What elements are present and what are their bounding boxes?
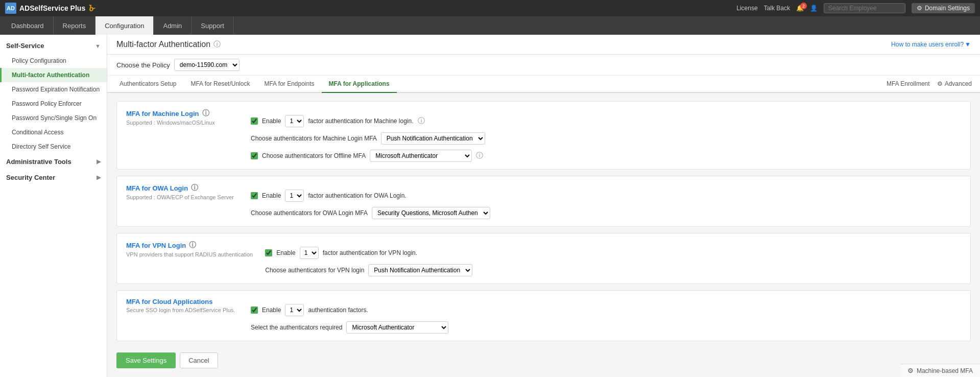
machine-login-info-icon[interactable]: ⓘ <box>202 109 209 118</box>
search-input[interactable] <box>824 3 905 13</box>
cloud-apps-factor-count[interactable]: 1 <box>285 304 304 316</box>
mfa-section-owa-login: MFA for OWA Login ⓘ Supported : OWA/ECP … <box>116 176 971 227</box>
tab-mfa-endpoints[interactable]: MFA for Endpoints <box>257 76 321 93</box>
vpn-login-enable-checkbox[interactable] <box>265 249 272 256</box>
self-service-label: Self-Service <box>6 42 44 50</box>
owa-login-mfa-select[interactable]: Security Questions, Microsoft Authen <box>372 207 490 219</box>
sidebar-item-pss[interactable]: Password Sync/Single Sign On <box>0 111 107 125</box>
cancel-button[interactable]: Cancel <box>180 352 218 368</box>
tab-mfa-reset-unlock[interactable]: MFA for Reset/Unlock <box>183 76 257 93</box>
tab-support[interactable]: Support <box>192 16 234 35</box>
tab-admin[interactable]: Admin <box>154 16 192 35</box>
advanced-label: Advanced <box>945 80 972 87</box>
cloud-apps-body: Enable 1 authentication factors. Select … <box>251 304 448 334</box>
sidebar-item-policy-config[interactable]: Policy Configuration <box>0 54 107 68</box>
machine-login-mfa-select[interactable]: Push Notification Authentication <box>381 132 485 145</box>
registered-icon: 𝓫 <box>88 3 93 14</box>
cloud-apps-enable-checkbox[interactable] <box>251 307 258 314</box>
vpn-login-mfa-select[interactable]: Push Notification Authentication <box>368 264 472 276</box>
vpn-login-title[interactable]: MFA for VPN Login ⓘ <box>126 241 253 250</box>
self-service-header[interactable]: Self-Service ▼ <box>0 38 107 54</box>
offline-mfa-row: Choose authenticators for Offline MFA Mi… <box>251 150 485 162</box>
app-name: ADSelfService Plus <box>19 4 85 12</box>
machine-login-title[interactable]: MFA for Machine Login ⓘ <box>126 109 238 118</box>
owa-login-authenticator-row: Choose authenticators for OWA Login MFA … <box>251 207 490 219</box>
machine-login-factor-text: factor authentication for Machine login. <box>308 117 413 125</box>
machine-login-enable-checkbox[interactable] <box>251 117 258 125</box>
sidebar-item-pen[interactable]: Password Expiration Notification <box>0 82 107 97</box>
owa-login-subtitle: Supported : OWA/ECP of Exchange Server <box>126 194 238 200</box>
machine-login-factor-info-icon[interactable]: ⓘ <box>418 116 425 126</box>
cloud-apps-title[interactable]: MFA for Cloud Applications <box>126 298 238 305</box>
bottom-bar-label: Machine-based MFA <box>917 367 973 374</box>
enable-label-vpn: Enable <box>276 249 295 256</box>
mfa-section-machine-login: MFA for Machine Login ⓘ Supported : Wind… <box>116 101 971 170</box>
admin-tools-header[interactable]: Administrative Tools ▶ <box>0 154 107 170</box>
offline-mfa-checkbox[interactable] <box>251 152 258 159</box>
offline-mfa-info-icon[interactable]: ⓘ <box>476 151 483 160</box>
machine-login-authenticator-row: Choose authenticators for Machine Login … <box>251 132 485 145</box>
chevron-down-icon: ▼ <box>95 43 101 49</box>
owa-login-title[interactable]: MFA for OWA Login ⓘ <box>126 183 238 193</box>
tab-authenticators-setup[interactable]: Authenticators Setup <box>112 76 183 93</box>
gear-icon: ⚙ <box>917 5 922 12</box>
topbar: AD ADSelfService Plus 𝓫 License Talk Bac… <box>0 0 980 16</box>
sidebar-item-dss[interactable]: Directory Self Service <box>0 139 107 154</box>
chevron-right-icon2: ▶ <box>97 174 101 181</box>
owa-login-mfa-label: Choose authenticators for OWA Login MFA <box>251 209 368 217</box>
content-area: MFA for Machine Login ⓘ Supported : Wind… <box>107 93 980 377</box>
advanced-button[interactable]: ⚙ Advanced <box>937 80 972 87</box>
cloud-apps-factor-text: authentication factors. <box>308 307 368 314</box>
save-settings-button[interactable]: Save Settings <box>116 352 176 368</box>
tab-mfa-applications[interactable]: MFA for Applications <box>322 76 397 93</box>
tab-reports[interactable]: Reports <box>54 16 96 35</box>
main-header: Multi-factor Authentication ⓘ How to mak… <box>107 35 980 55</box>
notification-bell[interactable]: 🔔 2 <box>796 5 804 12</box>
machine-login-mfa-label: Choose authenticators for Machine Login … <box>251 135 377 142</box>
nav-tabs: Dashboard Reports Configuration Admin Su… <box>0 16 980 35</box>
vpn-login-body: Enable 1 factor authentication for VPN l… <box>265 247 472 276</box>
notification-badge: 2 <box>800 3 807 9</box>
machine-login-body: Enable 1 factor authentication for Machi… <box>251 115 485 162</box>
owa-login-body: Enable 1 factor authentication for OWA L… <box>251 190 490 219</box>
mfa-enrollment-link[interactable]: MFA Enrollment <box>887 80 930 87</box>
cloud-apps-mfa-select[interactable]: Microsoft Authenticator <box>346 321 448 334</box>
offline-mfa-select[interactable]: Microsoft Authenticator <box>370 150 472 162</box>
chevron-right-icon: ▶ <box>97 158 101 165</box>
owa-login-enable-checkbox[interactable] <box>251 192 258 199</box>
sub-tab-bar: Authenticators Setup MFA for Reset/Unloc… <box>107 76 980 93</box>
machine-login-enable-row: Enable 1 factor authentication for Machi… <box>251 115 485 127</box>
security-center-label: Security Center <box>6 174 55 181</box>
policy-select[interactable]: demo-11590.com <box>174 59 240 71</box>
sidebar-item-ca[interactable]: Conditional Access <box>0 125 107 139</box>
owa-login-factor-count[interactable]: 1 <box>285 190 304 202</box>
tab-configuration[interactable]: Configuration <box>95 16 154 35</box>
sidebar-item-mfa[interactable]: Multi-factor Authentication <box>0 68 107 82</box>
page-title-info-icon[interactable]: ⓘ <box>213 40 221 49</box>
enable-label-owa: Enable <box>262 192 281 199</box>
offline-mfa-label: Choose authenticators for Offline MFA <box>262 152 366 159</box>
policy-row: Choose the Policy demo-11590.com <box>107 55 980 76</box>
gear-advanced-icon: ⚙ <box>937 80 943 87</box>
policy-label: Choose the Policy <box>116 61 170 69</box>
security-center-header[interactable]: Security Center ▶ <box>0 170 107 185</box>
license-link[interactable]: License <box>736 5 757 12</box>
cloud-apps-enable-row: Enable 1 authentication factors. <box>251 304 448 316</box>
vpn-login-factor-count[interactable]: 1 <box>300 247 319 259</box>
user-icon[interactable]: 👤 <box>810 5 818 12</box>
domain-settings-button[interactable]: ⚙ Domain Settings <box>912 3 975 13</box>
bottom-bar[interactable]: ⚙ Machine-based MFA <box>900 364 980 377</box>
how-to-enroll-link[interactable]: How to make users enroll? ▼ <box>891 41 971 48</box>
topbar-right: License Talk Back 🔔 2 👤 ⚙ Domain Setting… <box>736 3 975 13</box>
owa-login-enable-row: Enable 1 factor authentication for OWA L… <box>251 190 490 202</box>
machine-login-factor-count[interactable]: 1 <box>285 115 304 127</box>
vpn-login-info-icon[interactable]: ⓘ <box>189 241 196 250</box>
page-title: Multi-factor Authentication <box>116 40 210 49</box>
app-logo: AD ADSelfService Plus 𝓫 <box>5 3 93 14</box>
main-content: Multi-factor Authentication ⓘ How to mak… <box>107 35 980 377</box>
sidebar-item-ppe[interactable]: Password Policy Enforcer <box>0 97 107 111</box>
talk-back-link[interactable]: Talk Back <box>764 5 790 12</box>
page-title-row: Multi-factor Authentication ⓘ <box>116 40 221 49</box>
owa-login-info-icon[interactable]: ⓘ <box>191 183 198 193</box>
tab-dashboard[interactable]: Dashboard <box>2 16 54 35</box>
